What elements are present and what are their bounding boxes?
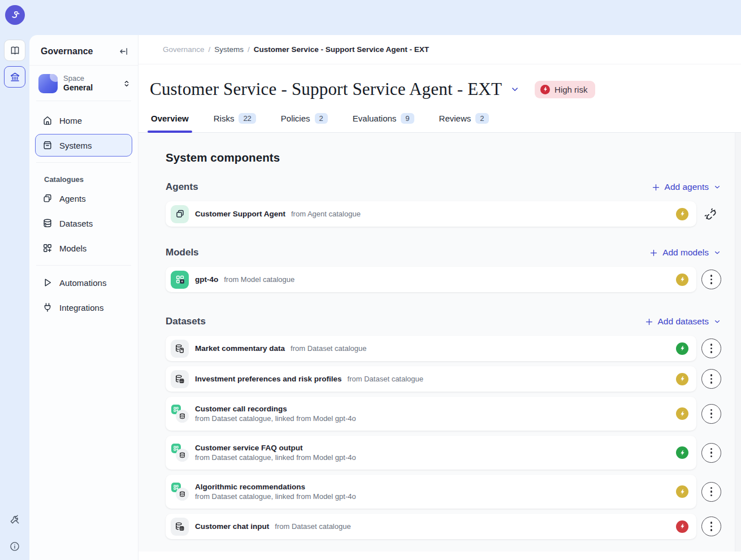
chevron-up-down-icon — [122, 79, 131, 88]
tab-count-badge: 2 — [315, 113, 328, 124]
app-logo-icon[interactable] — [5, 5, 25, 25]
plus-icon — [652, 183, 660, 192]
kebab-menu-button[interactable] — [701, 369, 721, 389]
item-source: from Dataset catalogue, linked from Mode… — [195, 414, 356, 423]
book-icon — [9, 45, 21, 57]
status-badge — [676, 446, 688, 459]
item-title: gpt-4o — [195, 275, 218, 284]
risk-badge-label: High risk — [554, 85, 587, 94]
library-nav-button[interactable] — [4, 40, 25, 61]
item-title: Customer call recordings — [195, 405, 287, 413]
agent-row: Customer Support Agent from Agent catalo… — [166, 201, 721, 227]
item-title: Market commentary data — [195, 344, 285, 353]
title-dropdown-button[interactable] — [510, 84, 520, 94]
dataset-document-icon — [171, 340, 189, 358]
sidebar-item-label: Integrations — [59, 303, 103, 312]
datasets-section: Datasets Add datasets — [166, 316, 721, 539]
page-body: System components Agents Add agents — [138, 133, 741, 552]
dataset-table-icon — [171, 518, 189, 536]
tab-evaluations[interactable]: Evaluations 9 — [353, 113, 414, 132]
tab-reviews[interactable]: Reviews 2 — [439, 113, 489, 132]
breadcrumb-current: Customer Service - Support Service Agent… — [254, 45, 429, 54]
add-datasets-button[interactable]: Add datasets — [645, 316, 721, 327]
chevron-down-icon — [510, 84, 520, 94]
info-button[interactable] — [8, 540, 21, 553]
agent-card-customer-support-agent[interactable]: Customer Support Agent from Agent catalo… — [166, 201, 696, 227]
status-badge — [676, 485, 688, 498]
tab-count-badge: 2 — [475, 113, 488, 124]
add-models-label: Add models — [662, 248, 709, 258]
unlink-icon — [704, 207, 717, 220]
space-name: General — [63, 83, 116, 93]
system-components-heading: System components — [166, 151, 741, 164]
kebab-menu-button[interactable] — [701, 404, 721, 424]
add-agents-button[interactable]: Add agents — [652, 182, 721, 192]
scrollbar-gutter[interactable] — [735, 133, 741, 552]
dataset-row: Customer service FAQ output from Dataset… — [166, 436, 721, 470]
sidebar-item-label: Automations — [59, 278, 106, 288]
main-content: Governance / Systems / Customer Service … — [138, 35, 741, 560]
item-source: from Dataset catalogue, linked from Mode… — [195, 492, 356, 501]
database-mini-icon — [176, 410, 189, 423]
sidebar-title: Governance — [41, 46, 93, 57]
item-title: Customer chat input — [195, 522, 269, 531]
sidebar-item-agents[interactable]: Agents — [35, 187, 132, 210]
space-selector[interactable]: Space General — [38, 74, 131, 93]
sidebar-item-systems[interactable]: Systems — [35, 134, 132, 157]
dataset-card-investment-preferences[interactable]: Investment preferences and risk profiles… — [166, 366, 696, 392]
dataset-card-customer-chat-input[interactable]: Customer chat input from Dataset catalog… — [166, 514, 696, 539]
tab-overview[interactable]: Overview — [151, 113, 189, 132]
sidebar-item-datasets[interactable]: Datasets — [35, 212, 132, 235]
sidebar-item-automations[interactable]: Automations — [35, 271, 132, 294]
sidebar-item-label: Home — [59, 116, 82, 125]
kebab-menu-button[interactable] — [701, 270, 721, 289]
model-card-gpt-4o[interactable]: gpt-4o from Model catalogue — [166, 267, 696, 292]
tab-count-badge: 22 — [239, 113, 255, 124]
tab-risks[interactable]: Risks 22 — [214, 113, 256, 132]
model-row: gpt-4o from Model catalogue — [166, 267, 721, 292]
space-label: Space — [63, 74, 116, 83]
sidebar-item-models[interactable]: Models — [35, 237, 132, 259]
kebab-menu-button[interactable] — [701, 516, 721, 536]
sidebar-item-integrations[interactable]: Integrations — [35, 296, 132, 319]
divider — [36, 162, 131, 163]
space-avatar — [38, 74, 58, 93]
dataset-card-customer-call-recordings[interactable]: Customer call recordings from Dataset ca… — [166, 397, 696, 431]
governance-nav-button[interactable] — [4, 66, 25, 88]
add-datasets-label: Add datasets — [658, 316, 709, 327]
models-section: Models Add models — [166, 247, 721, 292]
add-models-button[interactable]: Add models — [649, 248, 721, 258]
sidebar-item-home[interactable]: Home — [35, 109, 132, 132]
plus-icon — [649, 249, 658, 257]
dataset-card-market-commentary-data[interactable]: Market commentary data from Dataset cata… — [166, 336, 696, 361]
sidebar: Governance Space General — [29, 35, 138, 560]
play-icon — [42, 277, 53, 288]
bank-icon — [9, 71, 21, 83]
item-source: from Model catalogue — [224, 275, 294, 284]
item-source: from Dataset catalogue, linked from Mode… — [195, 453, 356, 462]
unlink-button[interactable] — [704, 207, 717, 220]
sidebar-item-label: Datasets — [59, 219, 93, 228]
collapse-sidebar-button[interactable] — [119, 46, 129, 57]
add-agents-label: Add agents — [665, 182, 709, 192]
kebab-menu-button[interactable] — [701, 338, 721, 358]
agents-section-title: Agents — [166, 181, 198, 193]
dataset-row: Customer chat input from Dataset catalog… — [166, 514, 721, 539]
dataset-card-customer-service-faq-output[interactable]: Customer service FAQ output from Dataset… — [166, 436, 696, 470]
risk-bolt-icon — [540, 85, 550, 94]
dataset-linked-model-icon — [171, 483, 189, 501]
kebab-menu-button[interactable] — [701, 482, 721, 502]
page-title: Customer Service - Support Service Agent… — [150, 79, 502, 99]
tab-label: Policies — [281, 114, 310, 123]
breadcrumb-systems[interactable]: Systems — [214, 45, 244, 54]
tools-icon — [9, 514, 20, 525]
sidebar-header: Governance — [29, 35, 138, 66]
breadcrumb-governance[interactable]: Governance — [163, 45, 205, 54]
dataset-linked-model-icon — [171, 405, 189, 423]
chevron-down-icon — [713, 183, 721, 191]
dataset-card-algorithmic-recommendations[interactable]: Algorithmic recommendations from Dataset… — [166, 475, 696, 509]
tools-button[interactable] — [8, 513, 21, 526]
status-badge — [676, 373, 688, 385]
tab-policies[interactable]: Policies 2 — [281, 113, 328, 132]
kebab-menu-button[interactable] — [701, 443, 721, 463]
